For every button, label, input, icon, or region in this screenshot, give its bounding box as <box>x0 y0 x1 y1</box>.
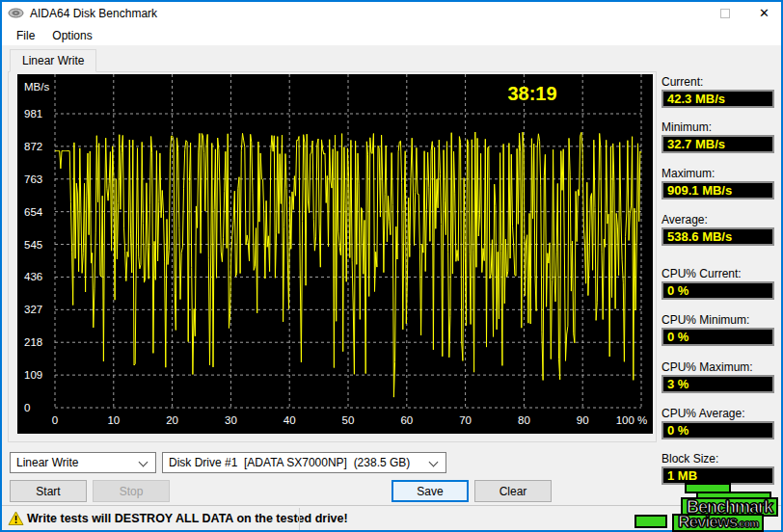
stat-value: 0 % <box>662 281 774 300</box>
stat-label: Minimum: <box>662 120 774 134</box>
y-axis-unit-label: MB/s <box>24 81 49 93</box>
logo-bar-icon <box>634 515 667 528</box>
stat-label: CPU% Minimum: <box>662 313 774 327</box>
tab-linear-write[interactable]: Linear Write <box>10 49 96 72</box>
x-axis-tick: 90 <box>577 414 589 426</box>
stat-value: 0 % <box>662 421 774 439</box>
chart-canvas: 9818727636545454363272181090MB/s01020304… <box>17 74 653 434</box>
y-axis-tick: 981 <box>24 108 42 120</box>
stat-label: Maximum: <box>662 167 774 180</box>
stat-value: 32.7 MB/s <box>662 135 774 153</box>
save-button[interactable]: Save <box>392 480 469 502</box>
stat-average: Average: 538.6 MB/s <box>662 213 774 246</box>
stat-maximum: Maximum: 909.1 MB/s <box>662 167 774 200</box>
stat-cpu-maximum: CPU% Maximum: 3 % <box>662 360 774 393</box>
stat-label: CPU% Average: <box>662 407 774 420</box>
x-axis-tick: 0 <box>52 414 58 426</box>
x-axis-tick: 60 <box>400 414 413 426</box>
y-axis-tick: 545 <box>24 239 42 251</box>
drive-select[interactable]: Disk Drive #1 [ADATA SX7000NP] (238.5 GB… <box>162 452 446 473</box>
stat-cpu-minimum: CPU% Minimum: 0 % <box>662 313 774 346</box>
stat-cpu-average: CPU% Average: 0 % <box>662 407 774 439</box>
disk-icon <box>8 7 24 19</box>
y-axis-tick: 109 <box>24 369 42 381</box>
stat-current: Current: 42.3 MB/s <box>662 75 774 108</box>
x-axis-tick: 50 <box>342 414 355 426</box>
maximize-button[interactable] <box>720 9 730 18</box>
x-axis-tick: 10 <box>107 414 120 426</box>
title-bar: AIDA64 Disk Benchmark ✕ <box>0 0 783 26</box>
tab-label: Linear Write <box>22 54 84 67</box>
logo-suffix: .com <box>737 518 758 529</box>
window-controls: ✕ <box>691 0 777 26</box>
throughput-series <box>55 132 641 397</box>
stat-cpu-current: CPU% Current: 0 % <box>662 267 774 300</box>
y-axis-tick: 654 <box>24 206 43 218</box>
stop-button[interactable]: Stop <box>93 480 170 502</box>
menu-options[interactable]: Options <box>43 27 100 44</box>
close-button[interactable]: ✕ <box>759 9 770 18</box>
y-axis-tick: 436 <box>24 271 42 282</box>
stat-label: Current: <box>662 75 774 89</box>
window-title: AIDA64 Disk Benchmark <box>30 7 157 20</box>
stat-value: 538.6 MB/s <box>662 227 774 246</box>
stat-value: 909.1 MB/s <box>662 181 774 200</box>
stat-label: Average: <box>662 213 774 226</box>
elapsed-timer: 38:19 <box>507 83 556 104</box>
benchmark-chart: 9818727636545454363272181090MB/s01020304… <box>17 74 653 434</box>
stat-block-size: Block Size: 1 MB <box>662 452 774 485</box>
logo-line2-text: Reviews <box>678 513 737 531</box>
y-axis-tick: 218 <box>24 336 42 348</box>
stat-label: Block Size: <box>662 452 774 466</box>
stat-label: CPU% Maximum: <box>662 360 774 374</box>
stat-minimum: Minimum: 32.7 MB/s <box>662 120 774 153</box>
menu-bar: File Options <box>0 26 783 45</box>
start-button[interactable]: Start <box>10 480 87 502</box>
y-axis-tick: 872 <box>24 141 42 152</box>
x-axis-tick: 70 <box>459 414 472 426</box>
stat-label: CPU% Current: <box>662 267 774 280</box>
clear-button[interactable]: Clear <box>474 480 552 502</box>
aida64-disk-benchmark-window: AIDA64 Disk Benchmark ✕ File Options Lin… <box>0 0 783 532</box>
x-axis-tick: 30 <box>225 414 237 426</box>
test-type-select[interactable]: Linear Write <box>10 452 156 473</box>
menu-file[interactable]: File <box>8 27 43 44</box>
x-axis-tick: 20 <box>166 414 178 426</box>
stat-value: 42.3 MB/s <box>662 90 774 108</box>
statusbar-separator <box>299 508 300 531</box>
maximize-icon <box>720 9 730 18</box>
test-type-value: Linear Write <box>16 456 78 469</box>
benchmark-reviews-logo: Benchmark Reviews.com <box>634 483 781 531</box>
y-axis-tick: 763 <box>24 173 42 185</box>
warning-icon <box>8 511 24 526</box>
x-axis-tick: 100 % <box>616 414 648 426</box>
logo-line2: Reviews.com <box>672 514 764 532</box>
stat-value: 3 % <box>662 375 774 393</box>
y-axis-tick: 0 <box>24 402 30 413</box>
drive-select-value: Disk Drive #1 [ADATA SX7000NP] (238.5 GB… <box>169 456 410 469</box>
chevron-down-icon <box>139 458 148 467</box>
chevron-down-icon <box>429 458 439 467</box>
y-axis-tick: 327 <box>24 304 42 315</box>
x-axis-tick: 80 <box>518 414 530 426</box>
stat-value: 0 % <box>662 328 774 346</box>
x-axis-tick: 40 <box>284 414 296 426</box>
